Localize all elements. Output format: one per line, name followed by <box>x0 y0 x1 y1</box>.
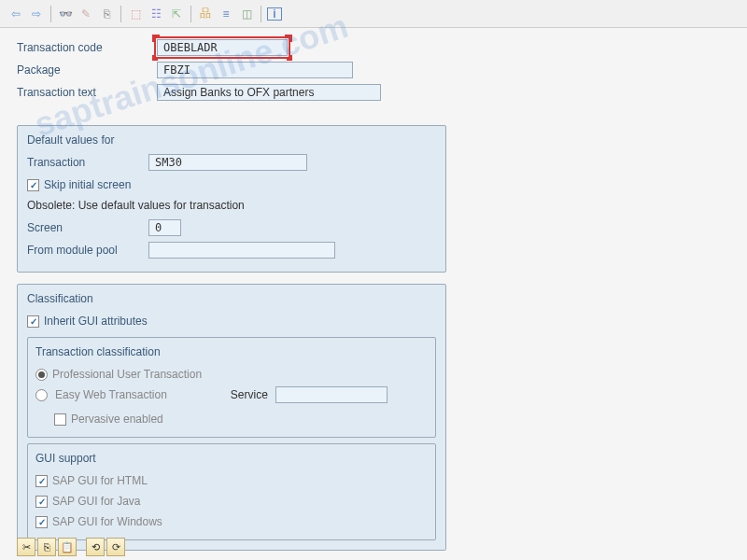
cut-icon[interactable]: ✂ <box>17 538 35 556</box>
gui-html-checkbox[interactable] <box>35 475 48 487</box>
separator <box>190 6 191 22</box>
gui-java-label: SAP GUI for Java <box>52 495 140 508</box>
info-icon[interactable]: i <box>267 7 282 21</box>
back-icon[interactable]: ⇦ <box>7 6 24 22</box>
professional-radio[interactable] <box>35 369 48 381</box>
transaction-code-field[interactable]: OBEBLADR <box>157 39 288 56</box>
copy-icon[interactable]: ⎘ <box>98 6 115 22</box>
easy-web-radio[interactable] <box>35 389 48 401</box>
main-toolbar: ⇦ ⇨ 👓 ✎ ⎘ ⬚ ☷ ⇱ 品 ≡ ◫ i <box>0 0 747 28</box>
transaction-label: Transaction <box>27 156 148 169</box>
screen-field[interactable]: 0 <box>148 219 181 236</box>
paste-icon[interactable]: 📋 <box>58 538 77 556</box>
service-field[interactable] <box>275 386 388 403</box>
transaction-classification-group: Transaction classification Professional … <box>27 337 436 438</box>
gui-html-label: SAP GUI for HTML <box>52 474 148 487</box>
gui-windows-label: SAP GUI for Windows <box>52 515 162 528</box>
gui-support-group: GUI support SAP GUI for HTML SAP GUI for… <box>27 443 436 540</box>
header-form: Transaction code OBEBLADR Package FBZI T… <box>0 28 747 114</box>
export-icon[interactable]: ⇱ <box>168 6 185 22</box>
pencil-icon[interactable]: ✎ <box>78 6 94 22</box>
structure-icon[interactable]: 品 <box>197 6 214 22</box>
gui-support-title: GUI support <box>35 452 428 465</box>
default-values-group: Default values for Transaction SM30 Skip… <box>17 125 446 273</box>
spacer <box>78 538 84 556</box>
separator <box>50 6 51 22</box>
classification-title: Classification <box>27 292 436 305</box>
tree-icon[interactable]: ⬚ <box>127 6 144 22</box>
module-pool-label: From module pool <box>27 244 148 257</box>
forward-icon[interactable]: ⇨ <box>28 6 45 22</box>
separator <box>120 6 121 22</box>
hierarchy-icon[interactable]: ☷ <box>148 6 164 22</box>
package-label: Package <box>17 63 157 77</box>
obsolete-text: Obsolete: Use default values for transac… <box>27 199 436 212</box>
transaction-text-label: Transaction text <box>17 86 157 99</box>
classification-group: Classification Inherit GUI attributes Tr… <box>17 284 446 551</box>
skip-initial-label: Skip initial screen <box>44 178 131 191</box>
gui-windows-checkbox[interactable] <box>35 516 48 528</box>
transaction-text-field[interactable]: Assign Banks to OFX partners <box>157 84 381 101</box>
trans-class-title: Transaction classification <box>35 345 428 358</box>
package-field[interactable]: FBZI <box>157 62 353 78</box>
screen-label: Screen <box>27 221 148 234</box>
service-label: Service <box>231 388 268 401</box>
professional-label: Professional User Transaction <box>52 368 202 381</box>
transaction-field[interactable]: SM30 <box>148 154 307 171</box>
bottom-toolbar: ✂ ⎘ 📋 ⟲ ⟳ <box>17 538 125 556</box>
inherit-gui-label: Inherit GUI attributes <box>44 315 148 328</box>
copy-icon[interactable]: ⎘ <box>37 538 56 556</box>
module-pool-field[interactable] <box>148 242 335 259</box>
redo-icon[interactable]: ⟳ <box>106 538 125 556</box>
skip-initial-checkbox[interactable] <box>27 179 39 191</box>
easy-web-label: Easy Web Transaction <box>55 388 167 401</box>
inherit-gui-checkbox[interactable] <box>27 315 39 328</box>
gui-java-checkbox[interactable] <box>35 496 48 508</box>
transaction-code-label: Transaction code <box>17 41 157 54</box>
default-values-title: Default values for <box>27 133 436 147</box>
separator <box>261 6 261 22</box>
glasses-icon[interactable]: 👓 <box>57 6 74 22</box>
undo-icon[interactable]: ⟲ <box>86 538 105 556</box>
pervasive-checkbox[interactable] <box>54 413 66 426</box>
list-icon[interactable]: ≡ <box>218 6 234 22</box>
assign-icon[interactable]: ◫ <box>238 6 255 22</box>
pervasive-label: Pervasive enabled <box>71 413 163 426</box>
